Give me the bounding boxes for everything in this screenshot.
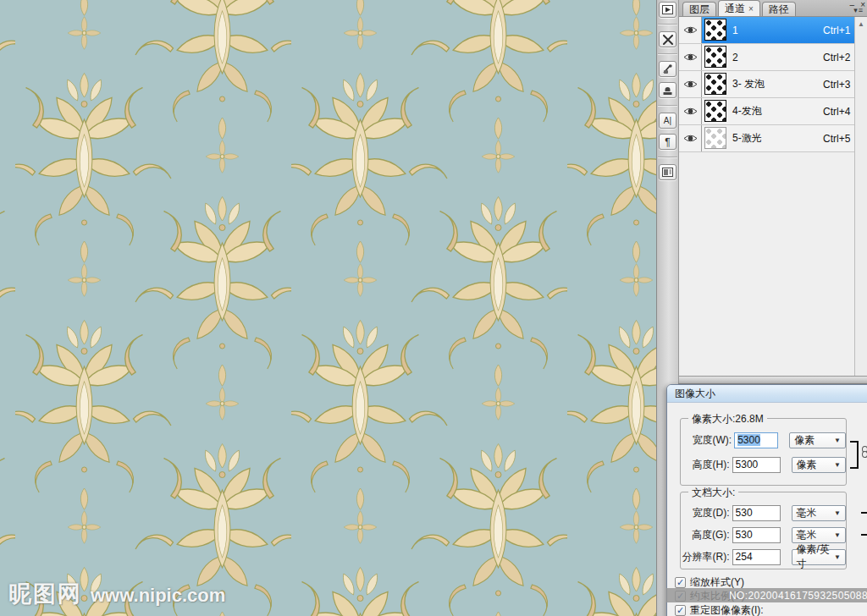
nipic-watermark: 昵图网 www.nipic.com [8, 579, 225, 609]
pixel-height-unit: 像素 [797, 458, 817, 472]
pixel-width-label: 宽度(W): [681, 433, 734, 448]
channel-name: 3- 发泡 [726, 71, 823, 97]
channel-list: 1 Ctrl+1 2 Ctrl+2 [679, 17, 867, 152]
tool-presets-panel-button[interactable] [659, 31, 676, 47]
resolution-unit: 像素/英寸 [797, 542, 835, 571]
dock-separator [658, 157, 677, 158]
chevron-down-icon: ▼ [834, 553, 841, 561]
channel-name: 4-发泡 [726, 98, 823, 124]
scroll-up-icon[interactable]: ▲ [855, 20, 867, 28]
pixel-size-legend: 像素大小:26.8M [688, 412, 767, 426]
chevron-down-icon: ▼ [834, 437, 841, 444]
channel-row-2[interactable]: 2 Ctrl+2 [679, 44, 867, 71]
character-panel-button[interactable]: A| [659, 113, 676, 129]
checkbox-checked-icon[interactable]: ✓ [675, 605, 686, 616]
stamp-icon [662, 85, 673, 96]
window-controls: – × [850, 0, 865, 9]
document-canvas[interactable]: 昵图网 www.nipic.com [0, 0, 657, 616]
tab-paths[interactable]: 路径 [762, 2, 796, 16]
tab-close-icon[interactable]: × [748, 4, 754, 14]
channel-row-4[interactable]: 4-发泡 Ctrl+4 [679, 98, 867, 125]
dock-separator [658, 53, 677, 55]
channel-thumbnail [704, 100, 726, 122]
document-size-legend: 文档大小: [688, 486, 738, 500]
resample-image-label: 重定图像像素(I): [690, 603, 764, 616]
panel-scrollbar[interactable]: ▲ [854, 17, 867, 377]
actions-panel-button[interactable] [659, 2, 676, 18]
checkbox-checked-icon[interactable]: ✓ [675, 577, 686, 588]
serial-watermark-band: NO:20200416175932505088 [666, 588, 867, 602]
doc-width-unit-select[interactable]: 毫米 ▼ [792, 505, 846, 521]
eye-icon [683, 25, 698, 35]
chevron-down-icon: ▼ [834, 461, 841, 469]
resolution-unit-select[interactable]: 像素/英寸 ▼ [792, 549, 846, 565]
channel-row-1[interactable]: 1 Ctrl+1 [679, 17, 867, 44]
close-icon[interactable]: × [860, 0, 865, 9]
photoshop-window: 昵图网 www.nipic.com [0, 0, 867, 616]
constrain-bracket [850, 441, 859, 469]
doc-height-unit: 毫米 [797, 528, 817, 542]
pixel-size-group: 像素大小:26.8M 宽度(W): 5300 像素 ▼ 高度(H): 像素 ▼ [680, 418, 847, 486]
visibility-cell[interactable] [679, 44, 702, 70]
dialog-title: 图像大小 [675, 387, 715, 401]
paragraph-icon: ¶ [665, 136, 670, 148]
channel-name: 2 [726, 44, 823, 70]
channel-thumbnail [704, 19, 726, 41]
crossed-tools-icon [663, 35, 673, 45]
eye-icon [683, 80, 698, 89]
image-size-dialog: 图像大小 像素大小:26.8M 宽度(W): 5300 像素 ▼ 高度(H): … [666, 384, 867, 616]
character-icon: A| [664, 116, 671, 125]
visibility-cell[interactable] [679, 71, 702, 97]
chevron-down-icon: ▼ [834, 509, 841, 517]
tab-channels-label: 通道 [725, 2, 745, 16]
channel-row-3[interactable]: 3- 发泡 Ctrl+3 [679, 71, 867, 98]
nipic-url: www.nipic.com [91, 585, 225, 607]
paragraph-panel-button[interactable]: ¶ [659, 134, 676, 150]
channel-row-5[interactable]: 5-激光 Ctrl+5 [679, 125, 867, 152]
scale-styles-label: 缩放样式(Y) [690, 575, 744, 590]
minimize-icon[interactable]: – [850, 0, 855, 9]
damask-pattern-artwork [0, 0, 657, 616]
dialog-titlebar[interactable]: 图像大小 [667, 385, 867, 403]
tab-layers[interactable]: 图层 [682, 2, 716, 16]
pixel-width-value: 5300 [737, 434, 760, 446]
visibility-cell[interactable] [679, 98, 702, 124]
eye-icon [683, 107, 698, 116]
resolution-label: 分辨率(R): [681, 550, 732, 564]
channel-thumbnail [704, 46, 726, 68]
scale-styles-option[interactable]: ✓ 缩放样式(Y) [675, 575, 744, 589]
doc-bracket-mark [861, 512, 867, 514]
doc-bracket-mark [861, 534, 867, 536]
doc-height-label: 高度(G): [681, 528, 732, 542]
document-size-group: 文档大小: 宽度(D): 毫米 ▼ 高度(G): 毫米 ▼ 分辨率(R): [680, 492, 847, 569]
resample-image-option[interactable]: ✓ 重定图像像素(I): [675, 603, 764, 616]
doc-width-input[interactable] [732, 505, 781, 521]
pixel-width-unit-select[interactable]: 像素 ▼ [789, 432, 846, 448]
doc-height-input[interactable] [732, 527, 781, 543]
pixel-height-unit-select[interactable]: 像素 ▼ [792, 457, 846, 473]
tab-channels[interactable]: 通道 × [718, 0, 760, 16]
pixel-height-label: 高度(H): [681, 458, 732, 472]
channel-thumbnail [704, 73, 726, 95]
channel-name: 1 [726, 17, 823, 43]
visibility-cell[interactable] [679, 17, 702, 43]
resolution-row: 分辨率(R): 像素/英寸 ▼ [681, 548, 846, 565]
brush-icon [662, 63, 673, 74]
layer-comps-panel-button[interactable] [659, 164, 676, 180]
resolution-input[interactable] [732, 549, 781, 565]
doc-width-row: 宽度(D): 毫米 ▼ [681, 504, 846, 521]
panel-tabbar: 图层 通道 × 路径 ▾≡ [679, 0, 867, 17]
layer-comps-icon [662, 168, 673, 177]
eye-icon [683, 134, 698, 143]
pixel-width-unit: 像素 [794, 433, 815, 448]
pixel-height-input[interactable] [732, 457, 781, 473]
visibility-cell[interactable] [679, 125, 702, 151]
pixel-height-row: 高度(H): 像素 ▼ [681, 456, 846, 473]
brush-presets-panel-button[interactable] [659, 61, 676, 77]
panel-footer-bar [679, 376, 867, 383]
clone-source-panel-button[interactable] [659, 82, 676, 98]
doc-height-row: 高度(G): 毫米 ▼ [681, 526, 846, 543]
pixel-width-row: 宽度(W): 5300 像素 ▼ [681, 432, 846, 448]
pixel-width-input[interactable]: 5300 [734, 432, 778, 448]
doc-height-unit-select[interactable]: 毫米 ▼ [792, 527, 846, 543]
